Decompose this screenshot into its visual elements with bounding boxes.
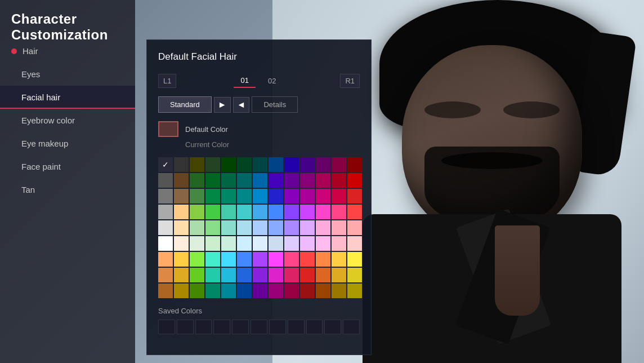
color-cell-6-7[interactable] — [269, 252, 283, 267]
color-cell-1-9[interactable] — [300, 173, 315, 188]
color-cell-2-3[interactable] — [205, 189, 220, 203]
color-cell-2-11[interactable] — [332, 189, 346, 203]
color-cell-8-8[interactable] — [284, 284, 299, 298]
tab-left-arrow[interactable]: ◄ — [233, 97, 250, 113]
default-color-swatch[interactable] — [158, 121, 178, 137]
color-cell-2-8[interactable] — [284, 189, 299, 203]
color-cell-5-10[interactable] — [316, 236, 330, 251]
color-cell-4-11[interactable] — [332, 220, 346, 235]
color-cell-6-0[interactable] — [158, 252, 173, 267]
color-cell-6-2[interactable] — [190, 252, 204, 267]
color-cell-0-12[interactable] — [347, 157, 362, 172]
saved-color-1[interactable] — [177, 320, 194, 334]
color-cell-0-3[interactable] — [205, 157, 220, 172]
sidebar-item-face-paint[interactable]: Face paint — [0, 155, 135, 178]
color-cell-7-6[interactable] — [253, 268, 267, 282]
color-cell-6-6[interactable] — [253, 252, 267, 267]
color-cell-4-7[interactable] — [269, 220, 283, 235]
color-cell-3-5[interactable] — [237, 205, 252, 219]
color-cell-6-10[interactable] — [316, 252, 330, 267]
color-cell-0-4[interactable] — [221, 157, 236, 172]
color-cell-6-3[interactable] — [205, 252, 220, 267]
color-cell-3-7[interactable] — [269, 205, 283, 219]
color-cell-4-9[interactable] — [300, 220, 315, 235]
color-cell-7-7[interactable] — [269, 268, 283, 282]
color-cell-4-10[interactable] — [316, 220, 330, 235]
sidebar-item-eyebrow-color[interactable]: Eyebrow color — [0, 109, 135, 132]
color-cell-6-11[interactable] — [332, 252, 346, 267]
color-cell-0-8[interactable] — [284, 157, 299, 172]
color-cell-8-10[interactable] — [316, 284, 330, 298]
color-cell-2-9[interactable] — [300, 189, 315, 203]
color-cell-2-10[interactable] — [316, 189, 330, 203]
color-cell-8-2[interactable] — [190, 284, 204, 298]
saved-color-10[interactable] — [343, 320, 360, 334]
color-cell-3-1[interactable] — [174, 205, 189, 219]
saved-color-0[interactable] — [158, 320, 175, 334]
color-cell-4-0[interactable] — [158, 220, 173, 235]
color-cell-0-9[interactable] — [300, 157, 315, 172]
color-cell-0-7[interactable] — [269, 157, 283, 172]
color-cell-2-12[interactable] — [347, 189, 362, 203]
color-cell-0-5[interactable] — [237, 157, 252, 172]
color-cell-5-9[interactable] — [300, 236, 315, 251]
color-cell-6-5[interactable] — [237, 252, 252, 267]
sidebar-item-eye-makeup[interactable]: Eye makeup — [0, 132, 135, 155]
color-cell-2-1[interactable] — [174, 189, 189, 203]
color-cell-3-3[interactable] — [205, 205, 220, 219]
color-cell-7-0[interactable] — [158, 268, 173, 282]
saved-color-7[interactable] — [288, 320, 305, 334]
saved-color-9[interactable] — [324, 320, 341, 334]
saved-color-8[interactable] — [306, 320, 323, 334]
color-cell-5-3[interactable] — [205, 236, 220, 251]
color-cell-1-5[interactable] — [237, 173, 252, 188]
saved-color-6[interactable] — [269, 320, 286, 334]
color-cell-8-12[interactable] — [347, 284, 362, 298]
color-cell-2-7[interactable] — [269, 189, 283, 203]
color-cell-5-5[interactable] — [237, 236, 252, 251]
color-cell-3-10[interactable] — [316, 205, 330, 219]
color-cell-1-7[interactable] — [269, 173, 283, 188]
color-cell-1-4[interactable] — [221, 173, 236, 188]
color-cell-3-8[interactable] — [284, 205, 299, 219]
color-cell-6-9[interactable] — [300, 252, 315, 267]
color-cell-2-4[interactable] — [221, 189, 236, 203]
color-cell-8-6[interactable] — [253, 284, 267, 298]
color-cell-1-3[interactable] — [205, 173, 220, 188]
color-cell-5-11[interactable] — [332, 236, 346, 251]
sidebar-item-eyes[interactable]: Eyes — [0, 63, 135, 86]
color-cell-4-1[interactable] — [174, 220, 189, 235]
color-cell-1-11[interactable] — [332, 173, 346, 188]
tab-right-arrow[interactable]: ► — [214, 97, 231, 113]
color-cell-1-0[interactable] — [158, 173, 173, 188]
color-cell-3-4[interactable] — [221, 205, 236, 219]
color-cell-7-8[interactable] — [284, 268, 299, 282]
color-cell-8-1[interactable] — [174, 284, 189, 298]
color-cell-8-9[interactable] — [300, 284, 315, 298]
color-cell-2-6[interactable] — [253, 189, 267, 203]
color-cell-5-12[interactable] — [347, 236, 362, 251]
color-check-cell[interactable]: ✓ — [158, 157, 173, 172]
color-cell-3-2[interactable] — [190, 205, 204, 219]
color-cell-6-4[interactable] — [221, 252, 236, 267]
tab-details[interactable]: Details — [252, 96, 298, 113]
color-cell-8-4[interactable] — [221, 284, 236, 298]
color-cell-3-11[interactable] — [332, 205, 346, 219]
color-cell-5-6[interactable] — [253, 236, 267, 251]
color-cell-6-1[interactable] — [174, 252, 189, 267]
selector-num-02[interactable]: 02 — [261, 74, 283, 87]
color-cell-0-6[interactable] — [253, 157, 267, 172]
color-cell-2-2[interactable] — [190, 189, 204, 203]
saved-color-4[interactable] — [232, 320, 249, 334]
tab-standard[interactable]: Standard — [158, 96, 212, 113]
color-cell-1-8[interactable] — [284, 173, 299, 188]
color-cell-7-1[interactable] — [174, 268, 189, 282]
color-cell-1-12[interactable] — [347, 173, 362, 188]
color-cell-4-5[interactable] — [237, 220, 252, 235]
color-cell-8-11[interactable] — [332, 284, 346, 298]
color-cell-3-9[interactable] — [300, 205, 315, 219]
color-cell-8-3[interactable] — [205, 284, 220, 298]
color-cell-5-7[interactable] — [269, 236, 283, 251]
color-cell-4-3[interactable] — [205, 220, 220, 235]
color-cell-1-1[interactable] — [174, 173, 189, 188]
